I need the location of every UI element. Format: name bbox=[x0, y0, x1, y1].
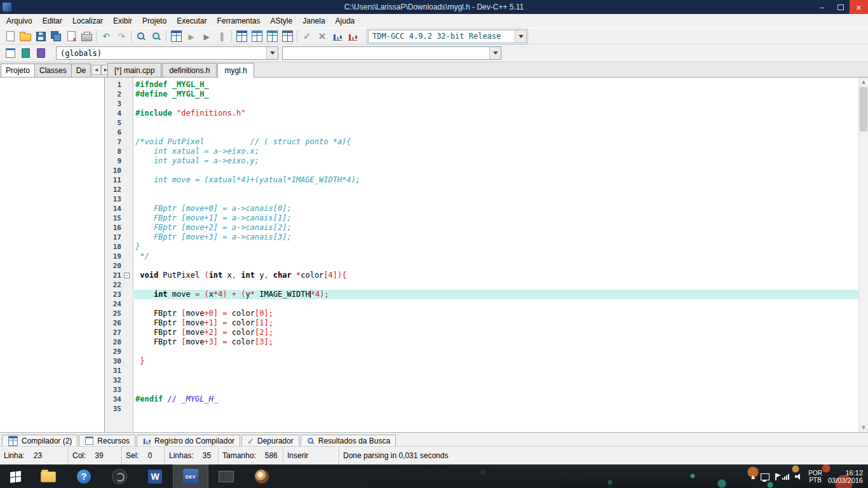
language-indicator[interactable]: POR PTB bbox=[808, 470, 822, 484]
undo-icon[interactable] bbox=[98, 29, 114, 43]
code-text[interactable]: */ bbox=[133, 252, 868, 261]
syntax-check-icon[interactable] bbox=[299, 29, 315, 43]
code-text[interactable]: FBptr [move+3] = color[3]; bbox=[133, 337, 868, 347]
replace-icon[interactable] bbox=[149, 29, 164, 43]
code-text[interactable]: FBptr [move+3] = a->canais[3]; bbox=[133, 233, 868, 242]
profile-chart-icon[interactable] bbox=[330, 29, 345, 43]
code-text[interactable]: } bbox=[133, 242, 868, 252]
taskbar-app-window-button[interactable] bbox=[208, 464, 244, 488]
scroll-down-arrow[interactable]: ▼ bbox=[859, 423, 868, 432]
left-tab-projeto[interactable]: Projeto bbox=[1, 64, 35, 77]
profile-icon[interactable] bbox=[214, 29, 229, 43]
menu-janela[interactable]: Janela bbox=[297, 15, 330, 27]
scroll-up-arrow[interactable]: ▲ bbox=[859, 78, 868, 86]
taskbar-help-app-button[interactable] bbox=[66, 464, 102, 488]
menu-executar[interactable]: Executar bbox=[172, 15, 212, 27]
clock[interactable]: 16:12 03/03/2016 bbox=[828, 469, 863, 484]
code-text[interactable]: FBptr [move+2] = color[2]; bbox=[133, 328, 868, 337]
code-text[interactable]: } bbox=[133, 356, 868, 366]
file-tab-mygl-h[interactable]: mygl.h bbox=[217, 63, 254, 78]
minimize-button[interactable] bbox=[813, 0, 831, 14]
code-text[interactable]: #endif // _MYGL_H_ bbox=[133, 395, 868, 404]
file-tab-definitions-h[interactable]: definitions.h bbox=[162, 63, 217, 77]
run-icon[interactable] bbox=[184, 29, 199, 43]
bottom-tab-resultados-da-busca[interactable]: Resultados da Busca bbox=[301, 435, 396, 446]
taskbar-word-button[interactable] bbox=[137, 464, 173, 488]
chevron-down-icon[interactable] bbox=[489, 47, 501, 59]
members-select[interactable] bbox=[282, 46, 501, 60]
debug-view-icon[interactable] bbox=[264, 29, 280, 43]
left-tab-de[interactable]: De bbox=[71, 64, 91, 77]
bottom-tab-registro-do-compilador[interactable]: Registro do Compilador bbox=[137, 435, 240, 446]
debug-icon[interactable] bbox=[199, 29, 214, 43]
new-file-icon[interactable] bbox=[3, 29, 18, 43]
bottom-tab-recursos[interactable]: Recursos bbox=[79, 435, 135, 446]
code-text[interactable] bbox=[133, 128, 868, 137]
chevron-down-icon[interactable] bbox=[515, 30, 526, 43]
code-text[interactable]: int move = (xatual*4)+(yatual*IMAGE_WIDT… bbox=[133, 175, 868, 185]
open-icon[interactable] bbox=[18, 29, 33, 43]
code-text[interactable]: int xatual = a->eixo.x; bbox=[133, 147, 868, 156]
abort-icon[interactable] bbox=[315, 29, 330, 43]
menu-ferramentas[interactable]: Ferramentas bbox=[212, 15, 265, 27]
code-text[interactable] bbox=[133, 261, 868, 271]
code-text[interactable]: void PutPixel (int x, int y, char *color… bbox=[133, 271, 868, 280]
network-icon[interactable] bbox=[782, 474, 789, 480]
monitor-icon[interactable] bbox=[761, 473, 770, 480]
volume-icon[interactable] bbox=[795, 473, 803, 480]
chevron-down-icon[interactable] bbox=[266, 47, 278, 59]
code-text[interactable] bbox=[133, 385, 868, 395]
left-tab-classes[interactable]: Classes bbox=[34, 64, 72, 77]
project-panel[interactable] bbox=[0, 78, 105, 432]
clean-profile-icon[interactable] bbox=[345, 29, 360, 43]
code-text[interactable]: FBptr [move+1] = color[1]; bbox=[133, 318, 868, 328]
code-text[interactable]: FBptr [move+0] = a->canais[0]; bbox=[133, 204, 868, 214]
compile-icon[interactable] bbox=[168, 29, 184, 43]
goto-bookmark-icon[interactable] bbox=[33, 46, 48, 60]
menu-astyle[interactable]: AStyle bbox=[266, 15, 298, 27]
log-view-icon[interactable] bbox=[280, 29, 295, 43]
code-text[interactable] bbox=[133, 366, 868, 376]
menu-editar[interactable]: Editar bbox=[37, 15, 67, 27]
start-button[interactable] bbox=[0, 464, 31, 488]
class-view-icon[interactable] bbox=[249, 29, 264, 43]
taskbar-dev-cpp-button[interactable] bbox=[173, 464, 208, 488]
scrollbar-thumb[interactable] bbox=[860, 87, 867, 132]
redo-icon[interactable] bbox=[114, 29, 129, 43]
code-text[interactable] bbox=[133, 376, 868, 385]
bottom-tab-depurador[interactable]: Depurador bbox=[241, 435, 299, 446]
code-text[interactable]: int move = (x*4) + (y* IMAGE_WIDTH*4); bbox=[133, 290, 868, 299]
close-button[interactable] bbox=[850, 0, 868, 14]
menu-projeto[interactable]: Projeto bbox=[137, 15, 172, 27]
insert-icon[interactable] bbox=[3, 46, 18, 60]
hidden-icons-chevron-icon[interactable]: ▲ bbox=[751, 474, 755, 480]
code-text[interactable] bbox=[133, 280, 868, 290]
find-icon[interactable] bbox=[133, 29, 149, 43]
code-text[interactable]: /*void PutPixel // ( struct ponto *a){ bbox=[133, 137, 868, 147]
project-view-icon[interactable] bbox=[234, 29, 249, 43]
menu-ajuda[interactable]: Ajuda bbox=[330, 15, 360, 27]
save-all-icon[interactable] bbox=[48, 29, 64, 43]
toggle-bookmark-icon[interactable] bbox=[18, 46, 33, 60]
taskbar-file-explorer-button[interactable] bbox=[31, 464, 66, 488]
code-text[interactable] bbox=[133, 99, 868, 109]
file-tab-main-cpp[interactable]: [*] main.cpp bbox=[107, 63, 161, 77]
code-text[interactable]: #ifndef _MYGL_H_ bbox=[133, 80, 868, 90]
code-text[interactable] bbox=[133, 299, 868, 309]
save-icon[interactable] bbox=[33, 29, 48, 43]
print-icon[interactable] bbox=[79, 29, 94, 43]
taskbar-gimp-button[interactable] bbox=[244, 464, 280, 488]
globals-select[interactable]: (globals) bbox=[56, 46, 278, 60]
taskbar-media-app-button[interactable] bbox=[102, 464, 137, 488]
code-text[interactable]: #define _MYGL_H_ bbox=[133, 90, 868, 99]
code-text[interactable]: FBptr [move+1] = a->canais[1]; bbox=[133, 214, 868, 223]
bottom-tab-compilador-2[interactable]: Compilador (2) bbox=[2, 435, 78, 446]
code-text[interactable] bbox=[133, 347, 868, 356]
flag-icon[interactable] bbox=[775, 473, 776, 480]
menu-localizar[interactable]: Localizar bbox=[67, 15, 108, 27]
code-editor[interactable]: 1#ifndef _MYGL_H_2#define _MYGL_H_34#inc… bbox=[105, 78, 868, 432]
menu-arquivo[interactable]: Arquivo bbox=[1, 15, 37, 27]
code-text[interactable]: int yatual = a->eixo.y; bbox=[133, 156, 868, 166]
close-icon[interactable] bbox=[64, 29, 79, 43]
code-text[interactable] bbox=[133, 185, 868, 194]
